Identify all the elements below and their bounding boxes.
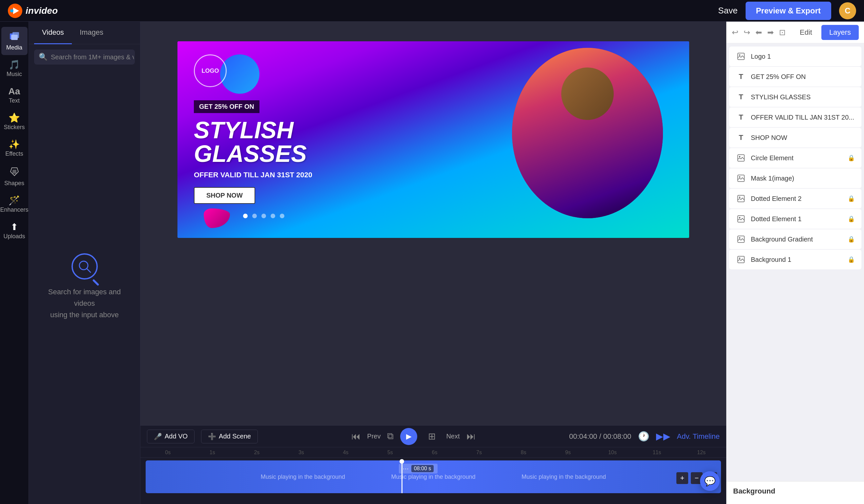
svg-point-21 — [739, 237, 740, 238]
time-total: 00:08:00 — [603, 432, 632, 440]
sidebar-item-effects-label: Effects — [5, 150, 23, 157]
ruler-12s: 12s — [679, 450, 724, 455]
layer-item-mask1[interactable]: Mask 1(image) — [729, 169, 861, 188]
svg-point-19 — [739, 217, 740, 218]
canvas-area[interactable]: LOGO GET 25% OFF ON STYLISH GLASSES OFFE… — [140, 22, 726, 425]
track-clip[interactable]: ⋯ 08:00 s — [399, 464, 437, 474]
user-avatar[interactable]: C — [839, 2, 856, 19]
canvas[interactable]: LOGO GET 25% OFF ON STYLISH GLASSES OFFE… — [178, 41, 689, 238]
chat-button[interactable]: 💬 — [700, 471, 720, 491]
sidebar-item-effects[interactable]: ✨ Effects — [1, 136, 27, 161]
svg-point-2 — [10, 9, 13, 12]
svg-point-17 — [739, 197, 740, 198]
play-button[interactable]: ▶ — [400, 428, 417, 445]
search-bar: 🔍 — [34, 49, 135, 64]
duplicate-button[interactable]: ⧉ — [387, 431, 394, 442]
sidebar-item-enhancers-label: Enhancers — [0, 207, 28, 213]
ruler-4s: 4s — [323, 450, 368, 455]
redo-icon[interactable]: ↪ — [744, 28, 750, 37]
playhead-top — [399, 459, 404, 464]
layer-text-icon-3: T — [736, 112, 746, 123]
layer-text-icon-4: T — [736, 132, 746, 143]
adv-timeline-button[interactable]: Adv. Timeline — [677, 432, 720, 441]
ruler-1s: 1s — [190, 450, 235, 455]
layer-item-dotted1[interactable]: Dotted Element 1 🔒 — [729, 209, 861, 229]
sidebar-item-media[interactable]: Media — [1, 27, 27, 55]
history-forward-icon[interactable]: ➡ — [767, 28, 774, 37]
undo-icon[interactable]: ↩ — [732, 28, 739, 37]
sidebar-item-music[interactable]: 🎵 Music — [1, 57, 27, 82]
timeline-ruler: 0s 1s 2s 3s 4s 5s 6s 7s 8s 9s 10s 11s 12… — [140, 447, 726, 458]
logo-area: invideo — [8, 4, 58, 18]
speed-icon[interactable]: ▶▶ — [656, 431, 671, 442]
playhead[interactable] — [401, 460, 403, 493]
next-button[interactable]: ⏭ — [466, 431, 476, 442]
photo-person — [512, 48, 663, 218]
add-vo-button[interactable]: 🎤 Add VO — [147, 430, 194, 443]
tab-videos[interactable]: Videos — [34, 22, 72, 44]
preview-export-button[interactable]: Preview & Export — [746, 2, 831, 20]
ruler-7s: 7s — [457, 450, 502, 455]
layer-item-logo1[interactable]: Logo 1 — [729, 47, 861, 66]
add-vo-label: Add VO — [165, 432, 188, 440]
title-line1: STYLISH — [194, 118, 312, 142]
layer-image-icon-dotted2 — [736, 193, 746, 204]
main-layout: Media 🎵 Music Aa Text ⭐ Stickers ✨ Effec… — [0, 22, 864, 504]
canvas-text-block: GET 25% OFF ON STYLISH GLASSES OFFER VAL… — [194, 100, 312, 204]
sidebar-item-text[interactable]: Aa Text — [1, 83, 27, 108]
clip-time: 08:00 s — [411, 465, 434, 472]
zoom-in-button[interactable]: + — [676, 472, 688, 484]
lock-icon-bg1: 🔒 — [848, 256, 855, 263]
sidebar-item-shapes-label: Shapes — [4, 180, 24, 187]
layer-item-bggrad[interactable]: Background Gradient 🔒 — [729, 230, 861, 249]
layer-item-circle[interactable]: Circle Element 🔒 — [729, 148, 861, 168]
layer-item-dotted2[interactable]: Dotted Element 2 🔒 — [729, 189, 861, 208]
svg-line-9 — [87, 269, 91, 272]
logo-text: invideo — [26, 5, 58, 16]
track-text-2: Music playing in the background — [391, 474, 475, 480]
dot-5 — [280, 214, 284, 218]
layer-item-text3[interactable]: T OFFER VALID TILL JAN 31ST 20... — [729, 108, 861, 127]
sidebar-item-stickers[interactable]: ⭐ Stickers — [1, 109, 27, 135]
svg-point-23 — [739, 258, 740, 259]
history-back-icon[interactable]: ⬅ — [755, 28, 762, 37]
sidebar-item-music-label: Music — [7, 71, 22, 78]
layer-image-icon — [736, 51, 746, 62]
logo-label: LOGO — [202, 67, 219, 74]
search-input[interactable] — [51, 53, 134, 61]
next-label: Next — [446, 432, 459, 440]
tab-edit[interactable]: Edit — [792, 25, 820, 40]
layer-name-text1: GET 25% OFF ON — [751, 73, 855, 81]
lock-icon-dotted2: 🔒 — [848, 195, 855, 202]
resize-icon[interactable]: ⊡ — [779, 28, 785, 37]
tab-images[interactable]: Images — [72, 22, 111, 44]
timeline-track[interactable]: Music playing in the background Music pl… — [146, 460, 721, 493]
layer-item-text1[interactable]: T GET 25% OFF ON — [729, 67, 861, 86]
layer-name-bg1: Background 1 — [751, 256, 843, 263]
layer-item-bg1[interactable]: Background 1 🔒 — [729, 250, 861, 269]
ruler-10s: 10s — [590, 450, 635, 455]
timeline-track-area: 0s 1s 2s 3s 4s 5s 6s 7s 8s 9s 10s 11s 12… — [140, 447, 726, 504]
tab-layers[interactable]: Layers — [821, 25, 859, 40]
panel-tabs: Edit Layers — [792, 25, 859, 40]
logo-circle: LOGO — [194, 54, 227, 87]
grid-button[interactable]: ⊞ — [424, 429, 440, 444]
left-sidebar: Media 🎵 Music Aa Text ⭐ Stickers ✨ Effec… — [0, 22, 29, 504]
sidebar-item-enhancers[interactable]: 🪄 Enhancers — [1, 192, 27, 217]
sidebar-item-uploads[interactable]: ⬆ Uploads — [1, 219, 27, 244]
effects-icon: ✨ — [9, 140, 20, 149]
title-line2: GLASSES — [194, 142, 312, 165]
add-scene-button[interactable]: ➕ Add Scene — [201, 430, 258, 443]
prev-label: Prev — [367, 432, 381, 440]
layer-item-text2[interactable]: T STYLISH GLASSES — [729, 87, 861, 107]
svg-point-15 — [739, 176, 740, 177]
sidebar-item-shapes[interactable]: Shapes — [1, 162, 27, 191]
toolbar-icons: ↩ ↪ ⬅ ➡ ⊡ — [732, 28, 785, 37]
right-panel: ↩ ↪ ⬅ ➡ ⊡ Edit Layers Logo 1 T — [726, 22, 864, 504]
save-button[interactable]: Save — [718, 5, 737, 16]
layer-image-icon-circle — [736, 153, 746, 163]
center-column: LOGO GET 25% OFF ON STYLISH GLASSES OFFE… — [140, 22, 726, 504]
prev-button[interactable]: ⏮ — [351, 431, 360, 442]
svg-rect-5 — [11, 35, 18, 40]
layer-item-text4[interactable]: T SHOP NOW — [729, 128, 861, 147]
